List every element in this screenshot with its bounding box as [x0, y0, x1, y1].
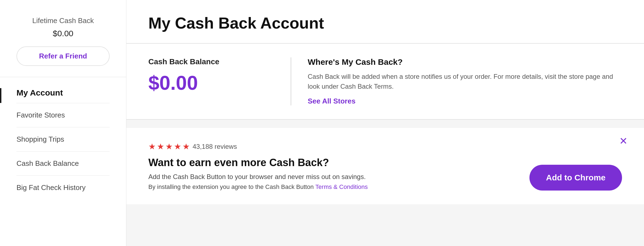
- promo-card: ✕ ★ ★ ★ ★ ★ 43,188 reviews Want to earn …: [126, 128, 644, 204]
- balance-label: Cash Back Balance: [148, 57, 274, 66]
- nav-item-shopping-trips[interactable]: Shopping Trips: [0, 127, 126, 151]
- promo-terms-prefix: By installing the extension you agree to…: [148, 183, 315, 190]
- my-account-heading: My Account: [0, 88, 126, 103]
- nav-item-cash-back-balance[interactable]: Cash Back Balance: [0, 152, 126, 175]
- sidebar-nav: My Account Favorite Stores Shopping Trip…: [0, 77, 126, 200]
- lifetime-cash-back-amount: $0.00: [16, 29, 110, 38]
- terms-conditions-link[interactable]: Terms & Conditions: [315, 183, 368, 190]
- balance-section: Cash Back Balance $0.00: [148, 57, 291, 105]
- see-all-stores-link[interactable]: See All Stores: [308, 97, 622, 105]
- star-4: ★: [174, 142, 181, 151]
- close-icon[interactable]: ✕: [619, 136, 628, 146]
- nav-item-big-fat-check-history[interactable]: Big Fat Check History: [0, 176, 126, 200]
- cash-back-card: Cash Back Balance $0.00 Where's My Cash …: [126, 44, 644, 120]
- page-title: My Cash Back Account: [148, 14, 622, 32]
- sidebar-top: Lifetime Cash Back $0.00 Refer a Friend: [0, 11, 126, 77]
- info-section: Where's My Cash Back? Cash Back will be …: [291, 57, 622, 105]
- star-2: ★: [157, 142, 164, 151]
- star-1: ★: [148, 142, 156, 151]
- stars-row: ★ ★ ★ ★ ★ 43,188 reviews: [148, 142, 622, 151]
- lifetime-cash-back-label: Lifetime Cash Back: [16, 16, 110, 25]
- cash-back-info-text: Cash Back will be added when a store not…: [308, 72, 622, 91]
- star-5: ★: [182, 142, 190, 151]
- nav-item-favorite-stores[interactable]: Favorite Stores: [0, 103, 126, 127]
- refer-friend-button[interactable]: Refer a Friend: [16, 46, 110, 66]
- page-title-bar: My Cash Back Account: [126, 0, 644, 44]
- star-rating: ★ ★ ★ ★ ★: [148, 142, 190, 151]
- review-count: 43,188 reviews: [193, 143, 237, 150]
- sidebar: Lifetime Cash Back $0.00 Refer a Friend …: [0, 0, 126, 246]
- balance-amount: $0.00: [148, 72, 274, 94]
- wheres-my-cash-back-title: Where's My Cash Back?: [308, 57, 622, 67]
- add-to-chrome-button[interactable]: Add to Chrome: [529, 165, 622, 191]
- star-3: ★: [165, 142, 173, 151]
- main-content: My Cash Back Account Cash Back Balance $…: [126, 0, 644, 246]
